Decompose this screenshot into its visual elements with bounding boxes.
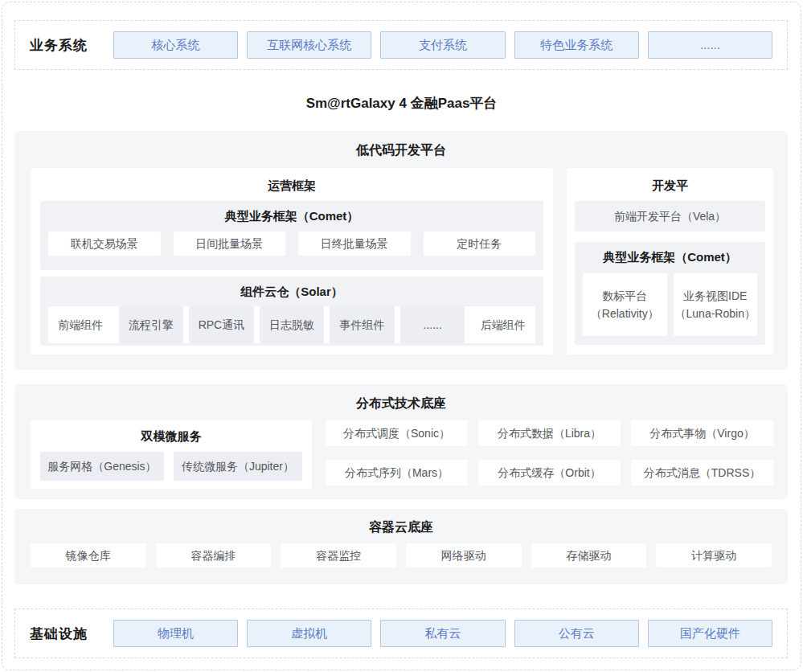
solar-warehouse-title: 组件云仓（Solar） [40, 277, 543, 300]
dist-cache-orbit: 分布式缓存（Orbit） [478, 460, 621, 486]
platform-title: Sm@rtGalaxy 4 金融Paas平台 [0, 94, 803, 113]
business-systems-row: 业务系统 核心系统 互联网核心系统 支付系统 特色业务系统 ...... [14, 20, 788, 70]
comet-framework-card: 典型业务框架（Comet） 联机交易场景 日间批量场景 日终批量场景 定时任务 [40, 201, 543, 270]
component-more: ...... [400, 306, 465, 343]
business-system-internet-core: 互联网核心系统 [247, 31, 371, 59]
dev-platform-card: 开发平 前端开发平台（Vela） 典型业务框架（Comet） 数标平台 （Rel… [567, 168, 773, 354]
business-systems-boxes: 核心系统 互联网核心系统 支付系统 特色业务系统 ...... [113, 31, 772, 59]
component-process-engine: 流程引擎 [119, 306, 184, 343]
component-frontend: 前端组件 [48, 306, 113, 343]
lowcode-section: 低代码开发平台 运营框架 典型业务框架（Comet） 联机交易场景 日间批量场景… [14, 131, 788, 370]
solar-component-row: 前端组件 流程引擎 RPC通讯 日志脱敏 事件组件 ...... 后端组件 [48, 306, 535, 343]
comet-framework-title: 典型业务框架（Comet） [40, 201, 543, 224]
infra-private-cloud: 私有云 [380, 620, 505, 647]
distributed-section: 分布式技术底座 双模微服务 服务网格（Genesis） 传统微服务（Jupite… [14, 384, 788, 499]
architecture-diagram: 业务系统 核心系统 互联网核心系统 支付系统 特色业务系统 ...... Sm@… [0, 0, 803, 672]
infra-physical-machine: 物理机 [113, 620, 238, 647]
infrastructure-label: 基础设施 [30, 625, 113, 643]
scenario-online-trade: 联机交易场景 [48, 232, 161, 256]
infra-domestic-hardware: 国产化硬件 [648, 620, 772, 647]
image-registry: 镜像仓库 [31, 543, 146, 568]
dual-mode-title: 双模微服务 [31, 420, 312, 445]
scenario-eod-batch: 日终批量场景 [298, 232, 411, 256]
dist-message-tdrss: 分布式消息（TDRSS） [631, 460, 773, 486]
operation-framework-card: 运营框架 典型业务框架（Comet） 联机交易场景 日间批量场景 日终批量场景 … [31, 168, 553, 354]
micro-service-jupiter: 传统微服务（Jupiter） [174, 452, 302, 481]
business-system-core: 核心系统 [113, 31, 238, 59]
dist-transaction-virgo: 分布式事物（Virgo） [631, 420, 773, 446]
luna-robin-ide: 业务视图IDE （Luna-Robin） [674, 273, 758, 336]
solar-warehouse-card: 组件云仓（Solar） 前端组件 流程引擎 RPC通讯 日志脱敏 事件组件 ..… [40, 277, 543, 346]
container-cloud-section: 容器云底座 镜像仓库 容器编排 容器监控 网络驱动 存储驱动 计算驱动 [14, 509, 788, 584]
lowcode-title: 低代码开发平台 [14, 131, 788, 159]
infra-public-cloud: 公有云 [514, 620, 639, 647]
container-cloud-title: 容器云底座 [14, 509, 788, 536]
business-system-special: 特色业务系统 [514, 31, 639, 59]
component-log-masking: 日志脱敏 [260, 306, 325, 343]
dev-platform-title: 开发平 [567, 168, 773, 194]
dev-comet-card: 典型业务框架（Comet） 数标平台 （Relativity） 业务视图IDE … [575, 242, 765, 345]
vela-frontend-platform: 前端开发平台（Vela） [575, 201, 765, 232]
luna-robin-name: 业务视图IDE [683, 287, 747, 305]
infra-virtual-machine: 虚拟机 [247, 620, 371, 647]
dual-mode-row: 服务网格（Genesis） 传统微服务（Jupiter） [40, 452, 302, 481]
dev-comet-row: 数标平台 （Relativity） 业务视图IDE （Luna-Robin） [583, 273, 757, 336]
lowcode-body: 运营框架 典型业务框架（Comet） 联机交易场景 日间批量场景 日终批量场景 … [14, 159, 788, 354]
infrastructure-row: 基础设施 物理机 虚拟机 私有云 公有云 国产化硬件 [14, 608, 788, 658]
operation-framework-title: 运营框架 [31, 168, 553, 194]
component-backend: 后端组件 [470, 306, 535, 343]
container-orchestration: 容器编排 [156, 543, 272, 568]
distributed-body: 双模微服务 服务网格（Genesis） 传统微服务（Jupiter） 分布式调度… [14, 412, 788, 489]
dist-data-libra: 分布式数据（Libra） [478, 420, 621, 446]
container-cloud-row: 镜像仓库 容器编排 容器监控 网络驱动 存储驱动 计算驱动 [31, 543, 772, 568]
infrastructure-boxes: 物理机 虚拟机 私有云 公有云 国产化硬件 [113, 620, 772, 647]
scenario-scheduled-task: 定时任务 [424, 232, 536, 256]
dual-mode-card: 双模微服务 服务网格（Genesis） 传统微服务（Jupiter） [31, 420, 312, 489]
compute-driver: 计算驱动 [656, 543, 772, 568]
container-monitoring: 容器监控 [281, 543, 396, 568]
comet-scenario-row: 联机交易场景 日间批量场景 日终批量场景 定时任务 [48, 232, 535, 256]
luna-robin-code: （Luna-Robin） [675, 305, 756, 322]
distributed-grid: 分布式调度（Sonic） 分布式数据（Libra） 分布式事物（Virgo） 分… [326, 420, 773, 489]
service-mesh-genesis: 服务网格（Genesis） [40, 452, 164, 481]
business-system-more: ...... [648, 31, 772, 59]
network-driver: 网络驱动 [406, 543, 522, 568]
distributed-title: 分布式技术底座 [14, 384, 788, 412]
business-systems-label: 业务系统 [30, 36, 113, 55]
scenario-daytime-batch: 日间批量场景 [174, 232, 286, 256]
storage-driver: 存储驱动 [531, 543, 647, 568]
component-event: 事件组件 [330, 306, 395, 343]
business-system-payment: 支付系统 [380, 31, 505, 59]
dev-comet-title: 典型业务框架（Comet） [575, 242, 765, 265]
relativity-name: 数标平台 [602, 287, 647, 305]
component-rpc: RPC通讯 [189, 306, 254, 343]
dist-scheduler-sonic: 分布式调度（Sonic） [326, 420, 468, 446]
relativity-code: （Relativity） [591, 305, 659, 322]
relativity-platform: 数标平台 （Relativity） [583, 273, 667, 336]
dist-sequence-mars: 分布式序列（Mars） [326, 460, 468, 486]
